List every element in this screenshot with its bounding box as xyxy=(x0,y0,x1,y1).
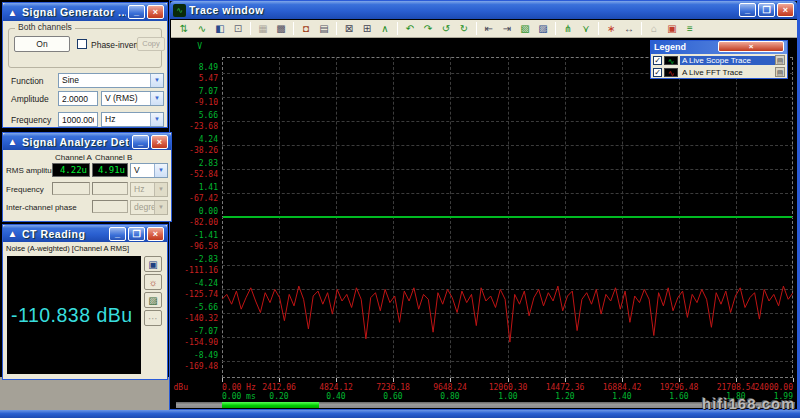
channel-a-header: Channel A xyxy=(55,153,92,162)
chevron-down-icon: ▼ xyxy=(154,201,167,214)
y-axis-label-dbu: -169.48 xyxy=(176,362,218,371)
x-axis-tick xyxy=(393,378,394,382)
minimize-button[interactable]: _ xyxy=(132,135,149,149)
x-axis-label-ms: 1.00 xyxy=(476,392,540,401)
x-axis-tick xyxy=(279,378,280,382)
y-axis-label-dbu: -23.68 xyxy=(176,122,218,131)
close-button[interactable]: × xyxy=(147,227,164,241)
rms-channel-b-readout: 4.91u xyxy=(92,163,128,177)
y-axis-label-dbu: -140.32 xyxy=(176,314,218,323)
x-axis-tick xyxy=(508,378,509,382)
legend-item[interactable]: ✓∿A Live FFT Trace▤ xyxy=(651,66,787,78)
y-axis-label-dbu: -154.90 xyxy=(176,338,218,347)
amplitude-unit-select[interactable]: V (RMS) ▼ xyxy=(101,91,164,106)
minimize-button[interactable]: _ xyxy=(128,5,145,19)
frequency-unit-value: Hz xyxy=(102,113,150,126)
y-axis-label-v: 2.83 xyxy=(176,159,218,168)
close-button[interactable]: × xyxy=(147,5,164,19)
legend-titlebar[interactable]: Legend × xyxy=(651,41,787,54)
phase-invert-checkbox[interactable] xyxy=(77,39,87,49)
signal-analyzer-titlebar[interactable]: ▲ Signal Analyzer Detec... _ × xyxy=(3,133,171,150)
log-notes-button[interactable]: ▨ xyxy=(144,292,162,308)
y-axis-label-v: -5.66 xyxy=(176,303,218,312)
x-axis-tick xyxy=(736,378,737,382)
legend-item-label[interactable]: A Live Scope Trace xyxy=(680,56,775,65)
signal-generator-titlebar[interactable]: ▲ Signal Generator ... _ × xyxy=(3,3,167,21)
application-root: ∿ Trace window _ ❒ × ⇅∿◧⊡▦▩◘▤⊠⊞∧↶↷↺↻⇤⇥▧▨… xyxy=(0,0,800,418)
generator-on-button[interactable]: On xyxy=(14,36,70,52)
trace-color-swatch-icon: ∿ xyxy=(664,56,678,65)
phase-unit-value: degrees xyxy=(131,201,154,214)
x-axis-tick xyxy=(565,378,566,382)
function-label: Function xyxy=(11,76,44,86)
x-axis-label-hz: 12060.30 xyxy=(476,383,540,392)
maximize-button[interactable]: ❒ xyxy=(128,227,145,241)
frequency-channel-b-field xyxy=(92,182,128,195)
signal-generator-window: ▲ Signal Generator ... _ × Both channels… xyxy=(2,2,168,128)
ct-reading-window: ▲ CT Reading _ ❒ × Noise (A-weighted) [C… xyxy=(2,224,168,380)
function-select[interactable]: Sine ▼ xyxy=(58,73,164,88)
signal-analyzer-window: ▲ Signal Analyzer Detec... _ × Channel A… xyxy=(2,132,172,222)
signal-generator-title: Signal Generator ... xyxy=(22,6,126,18)
frequency-field[interactable] xyxy=(58,112,98,127)
legend-item-label[interactable]: A Live FFT Trace xyxy=(680,68,775,77)
legend-close-button[interactable]: × xyxy=(718,41,784,52)
x-axis-tick xyxy=(679,378,680,382)
copy-settings-button[interactable]: Copy >> xyxy=(137,37,165,51)
y-axis-label-v: -7.07 xyxy=(176,327,218,336)
x-axis-label-hz: 4824.12 xyxy=(304,383,368,392)
y-axis-label-v: 7.07 xyxy=(176,87,218,96)
ct-reading-value: -110.838 dBu xyxy=(7,304,133,327)
app-frame-bottom xyxy=(0,410,800,418)
y-axis-label-dbu: -52.84 xyxy=(176,170,218,179)
rms-unit-value: V xyxy=(131,164,154,177)
y-axis-label-dbu: -111.16 xyxy=(176,266,218,275)
x-axis-label-ms: 0.60 xyxy=(361,392,425,401)
legend-item-checkbox[interactable]: ✓ xyxy=(653,68,662,77)
x-axis-tick xyxy=(336,378,337,382)
minimize-button[interactable]: _ xyxy=(109,227,126,241)
amplitude-label: Amplitude xyxy=(11,94,49,104)
display-mode-button[interactable]: ▣ xyxy=(144,256,162,272)
trace-options-icon[interactable]: ▤ xyxy=(775,67,785,77)
x-axis-label-ms: 0.40 xyxy=(304,392,368,401)
x-axis-tick xyxy=(222,378,223,382)
rms-unit-select[interactable]: V ▼ xyxy=(130,163,168,178)
watermark-text: hifi168.com xyxy=(702,395,796,412)
signal-generator-body: Both channels On Phase-invert Copy >> Fu… xyxy=(3,21,167,127)
y-axis-label-dbu: -9.10 xyxy=(176,98,218,107)
y-axis-label-dbu: -38.26 xyxy=(176,146,218,155)
y-axis-label-v: 0.00 xyxy=(176,207,218,216)
x-axis-label-hz: 7236.18 xyxy=(361,383,425,392)
legend-item[interactable]: ✓∿A Live Scope Trace▤ xyxy=(651,54,787,66)
ct-reading-display: -110.838 dBu xyxy=(7,256,141,374)
y-axis-label-dbu: -125.74 xyxy=(176,290,218,299)
chevron-down-icon: ▼ xyxy=(154,183,167,196)
x-axis-tick xyxy=(450,378,451,382)
legend-panel: Legend × ✓∿A Live Scope Trace▤✓∿A Live F… xyxy=(650,40,788,79)
trace-options-icon[interactable]: ▤ xyxy=(775,55,785,65)
y-axis-label-v: -2.83 xyxy=(176,255,218,264)
signal-analyzer-title: Signal Analyzer Detec... xyxy=(22,136,130,148)
pause-button[interactable]: ⋯ xyxy=(144,310,162,326)
close-button[interactable]: × xyxy=(151,135,168,149)
inter-channel-phase-label: Inter-channel phase xyxy=(6,203,77,212)
fft-trace xyxy=(222,57,793,378)
chevron-down-icon[interactable]: ▼ xyxy=(154,164,167,177)
ct-reading-body: Noise (A-weighted) [Channel A RMS] -110.… xyxy=(3,242,167,379)
app-icon: ▲ xyxy=(6,6,19,19)
chevron-down-icon[interactable]: ▼ xyxy=(150,92,163,105)
frequency-unit-select[interactable]: Hz ▼ xyxy=(101,112,164,127)
app-icon: ▲ xyxy=(6,227,19,240)
amplitude-field[interactable] xyxy=(58,91,98,106)
legend-item-checkbox[interactable]: ✓ xyxy=(653,56,662,65)
settings-button[interactable]: ☼ xyxy=(144,274,162,290)
ct-reading-titlebar[interactable]: ▲ CT Reading _ ❒ × xyxy=(3,225,167,242)
channel-b-header: Channel B xyxy=(95,153,132,162)
phase-field xyxy=(92,200,128,213)
x-axis-label-hz: 16884.42 xyxy=(590,383,654,392)
chevron-down-icon[interactable]: ▼ xyxy=(150,113,163,126)
chevron-down-icon[interactable]: ▼ xyxy=(150,74,163,87)
frequency-unit-select-disabled: Hz ▼ xyxy=(130,182,168,197)
y-axis-label-v: -4.24 xyxy=(176,279,218,288)
